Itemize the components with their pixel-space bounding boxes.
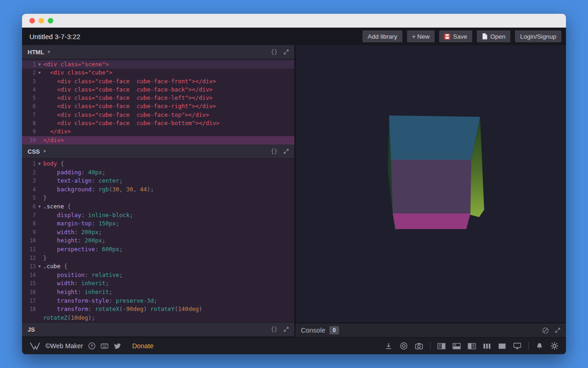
code-line[interactable]: 8 margin-top: 150px; xyxy=(22,219,294,228)
brand-label: ©Web Maker xyxy=(45,342,83,350)
code-line[interactable]: 9 width: 200px; xyxy=(22,228,294,237)
code-text: width: inherit; xyxy=(43,279,109,288)
expand-pane-icon[interactable] xyxy=(283,149,289,154)
zoom-window-button[interactable] xyxy=(48,18,53,23)
layout-columns-icon[interactable] xyxy=(483,343,491,350)
fold-gutter xyxy=(36,228,43,237)
code-text: height: inherit; xyxy=(43,288,113,297)
close-window-button[interactable] xyxy=(29,18,35,23)
code-text: <div class="cube-face cube-face-left"></… xyxy=(43,94,213,102)
code-line[interactable]: 11 perspective: 600px; xyxy=(22,245,294,254)
code-text: </div> xyxy=(43,136,64,144)
code-text: perspective: 600px; xyxy=(43,245,123,254)
screenshot-icon[interactable] xyxy=(415,342,423,350)
add-library-button[interactable]: Add library xyxy=(362,30,402,42)
code-line[interactable]: 17 transform-style: preserve-3d; xyxy=(22,297,294,305)
line-number: 16 xyxy=(22,288,36,297)
code-text: transform-style: preserve-3d; xyxy=(43,297,157,305)
donate-link[interactable]: Donate xyxy=(132,342,154,350)
help-icon[interactable]: ? xyxy=(88,342,96,350)
html-pane-header[interactable]: HTML ▼ {} xyxy=(22,45,294,59)
code-line[interactable]: 8 <div class="cube-face cube-face-bottom… xyxy=(22,119,294,127)
codepen-icon[interactable] xyxy=(400,342,408,350)
code-line[interactable]: 18 transform: rotateX(-90deg) rotateY(14… xyxy=(22,305,294,314)
line-number: 6 xyxy=(22,202,36,211)
expand-pane-icon[interactable] xyxy=(283,327,289,332)
layout-split-left-icon[interactable] xyxy=(468,343,476,350)
code-line[interactable]: 6▼.scene { xyxy=(22,202,294,211)
fold-toggle-icon[interactable]: ▼ xyxy=(36,60,43,69)
detached-preview-icon[interactable] xyxy=(513,342,521,350)
format-code-icon[interactable]: {} xyxy=(271,326,277,333)
code-line[interactable]: 1▼body { xyxy=(22,160,294,168)
code-line[interactable]: 2 padding: 40px; xyxy=(22,168,294,177)
code-line[interactable]: 16 height: inherit; xyxy=(22,288,294,297)
login-signup-button[interactable]: Login/Signup xyxy=(515,30,561,42)
line-number: 4 xyxy=(22,185,36,194)
line-number: 2 xyxy=(22,168,36,177)
code-line[interactable]: 7 <div class="cube-face cube-face-top"><… xyxy=(22,111,294,119)
html-code-editor[interactable]: 1▼<div class="scene">2▼ <div class="cube… xyxy=(22,59,294,144)
css-pane-header[interactable]: CSS ▼ {} xyxy=(22,144,294,159)
code-line[interactable]: 5 <div class="cube-face cube-face-left">… xyxy=(22,94,294,102)
code-line[interactable]: 2▼ <div class="cube"> xyxy=(22,69,294,77)
code-line[interactable]: 9 </div> xyxy=(22,127,294,136)
code-line[interactable]: 1▼<div class="scene"> xyxy=(22,60,294,69)
layout-full-icon[interactable] xyxy=(498,343,506,350)
line-number: 9 xyxy=(22,228,36,237)
fold-toggle-icon[interactable]: ▼ xyxy=(36,69,43,77)
format-code-icon[interactable]: {} xyxy=(271,49,277,55)
console-bar[interactable]: Console 0 xyxy=(295,322,566,337)
clear-console-icon[interactable] xyxy=(542,327,549,334)
fold-toggle-icon[interactable]: ▼ xyxy=(36,202,43,211)
download-icon[interactable] xyxy=(384,342,393,350)
code-line[interactable]: 5} xyxy=(22,194,294,202)
code-line[interactable]: 10 height: 200px; xyxy=(22,236,294,245)
code-line[interactable]: 13▼.cube { xyxy=(22,262,294,271)
code-line[interactable]: 3 <div class="cube-face cube-face-front"… xyxy=(22,77,294,86)
code-line[interactable]: 12} xyxy=(22,254,294,263)
layout-split-vertical-icon[interactable] xyxy=(437,343,446,350)
code-line[interactable]: 6 <div class="cube-face cube-face-right"… xyxy=(22,102,294,110)
open-button[interactable]: Open xyxy=(477,30,510,42)
main-area: HTML ▼ {} 1▼<div class="scene">2▼ <div c… xyxy=(22,45,566,337)
notifications-icon[interactable] xyxy=(536,342,543,350)
code-line[interactable]: 4 background: rgb(30, 30, 44); xyxy=(22,185,294,194)
new-button[interactable]: + New xyxy=(407,30,435,42)
expand-pane-icon[interactable] xyxy=(283,49,289,55)
open-button-label: Open xyxy=(490,33,505,40)
app-header: Untitled 3-7-3:22 Add library + New Save… xyxy=(22,28,566,45)
code-line[interactable]: 14 position: relative; xyxy=(22,271,294,280)
fold-toggle-icon[interactable]: ▼ xyxy=(36,262,43,271)
twitter-icon[interactable] xyxy=(113,342,121,350)
settings-icon[interactable] xyxy=(550,342,559,350)
code-line[interactable]: 4 <div class="cube-face cube-face-back">… xyxy=(22,86,294,94)
fold-gutter xyxy=(36,297,43,305)
line-number: 13 xyxy=(22,262,36,271)
fold-toggle-icon[interactable]: ▼ xyxy=(36,160,43,168)
code-line[interactable]: 3 text-align: center; xyxy=(22,177,294,185)
code-line[interactable]: 7 display: inline-block; xyxy=(22,211,294,220)
minimize-window-button[interactable] xyxy=(39,18,44,23)
format-code-icon[interactable]: {} xyxy=(271,148,277,155)
js-pane-header[interactable]: JS {} xyxy=(22,322,294,337)
line-number: 5 xyxy=(22,94,36,102)
code-line[interactable]: 15 width: inherit; xyxy=(22,279,294,288)
keyboard-icon[interactable] xyxy=(101,342,108,350)
code-text: transform: rotateX(-90deg) rotateY(140de… xyxy=(43,305,202,314)
save-button[interactable]: Save xyxy=(439,30,472,42)
fold-gutter xyxy=(36,305,43,314)
line-number: 6 xyxy=(22,102,36,110)
chevron-down-icon: ▼ xyxy=(47,50,51,54)
code-line[interactable]: 10</div> xyxy=(22,136,294,144)
fold-gutter xyxy=(36,77,43,86)
expand-console-icon[interactable] xyxy=(555,328,560,333)
code-text: background: rgb(30, 30, 44); xyxy=(43,185,154,194)
css-code-editor[interactable]: 1▼body {2 padding: 40px;3 text-align: ce… xyxy=(22,159,294,322)
html-pane-title: HTML xyxy=(28,49,44,56)
line-number: 1 xyxy=(22,60,36,69)
code-line[interactable]: rotateZ(10deg); xyxy=(22,314,294,322)
preview-column: Console 0 xyxy=(295,45,566,337)
layout-split-horizontal-icon[interactable] xyxy=(452,343,461,350)
fold-gutter xyxy=(36,127,43,136)
